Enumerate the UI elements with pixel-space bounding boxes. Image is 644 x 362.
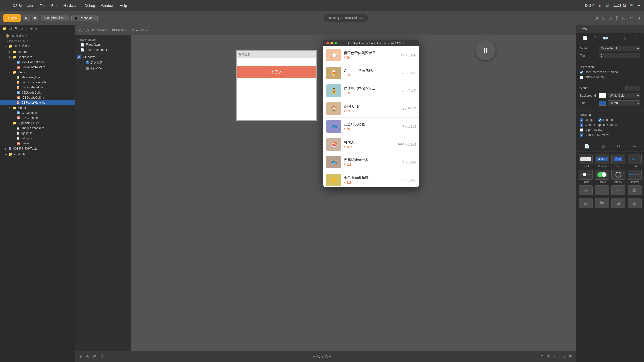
list-icon[interactable]: ≡ bbox=[638, 4, 640, 7]
palette-label[interactable]: Label Label bbox=[579, 154, 593, 168]
opaque-checkbox[interactable] bbox=[580, 118, 583, 122]
tree-item-czgoodscell-m[interactable]: m CZGoodsCell.m bbox=[0, 95, 75, 100]
align-icon[interactable]: ⊠ bbox=[546, 353, 551, 360]
breadcrumb-file[interactable]: CZFooterView.xib bbox=[129, 29, 151, 32]
palette-slider[interactable]: Slider bbox=[579, 170, 593, 183]
insp-file-icon[interactable]: 📄 bbox=[582, 35, 588, 41]
menu-help[interactable]: Help bbox=[119, 4, 127, 8]
palette-placeholder-1[interactable]: ⊙ bbox=[579, 185, 593, 196]
search-icon[interactable]: 🔍 bbox=[630, 4, 634, 7]
apple-menu[interactable]:  bbox=[4, 3, 6, 8]
stop-button[interactable]: ■ bbox=[32, 15, 38, 21]
tree-item-products[interactable]: ▶ 📁 Products bbox=[0, 152, 75, 157]
tag-input[interactable] bbox=[599, 53, 640, 58]
tree-item-tests[interactable]: ▶ T 001逛购案例Tests bbox=[0, 146, 75, 152]
restaurant-item-3[interactable]: 🏠 正院大宅门 ¥ 999 1 人已购买 bbox=[323, 100, 419, 118]
insp-tab-1[interactable]: 📄 bbox=[584, 143, 590, 149]
tree-item-views[interactable]: ▾ 📁 Views bbox=[0, 70, 75, 75]
palette-ph5[interactable]: ⊟ bbox=[628, 198, 642, 208]
tree-item-czgoods-m[interactable]: m CZGoods.m bbox=[0, 115, 75, 120]
tree-item-czgoodscell-h[interactable]: h CZGoodsCell.h bbox=[0, 90, 75, 95]
tint-select[interactable]: Default bbox=[608, 100, 640, 106]
outline-first-responder[interactable]: 📄 First Responder bbox=[75, 47, 131, 52]
palette-ph2[interactable]: ⊞ bbox=[579, 198, 593, 208]
palette-imageview[interactable]: 🖼 bbox=[628, 185, 642, 196]
palette-stepper[interactable]: −+ bbox=[595, 185, 609, 196]
minimize-dot[interactable] bbox=[330, 42, 333, 44]
embed-icon[interactable]: ↕ bbox=[562, 353, 566, 360]
restaurant-item-0[interactable]: 🍽️ 蜜语芭蕾休闲西餐厅 ¥ 39 11 人已购买 bbox=[323, 46, 419, 64]
hide-icon[interactable]: ⊡ bbox=[636, 15, 641, 21]
close-dot[interactable] bbox=[326, 42, 329, 44]
tree-item-others[interactable]: ▶ 📁 Others bbox=[0, 49, 75, 54]
outline-view[interactable]: ▾ B View bbox=[75, 55, 131, 60]
forward-icon[interactable]: ▷ bbox=[608, 15, 613, 21]
tree-item-models[interactable]: ▾ 📁 Models bbox=[0, 105, 75, 110]
tree-item-main-folder[interactable]: ▾ 📁 001逛购案例 bbox=[0, 43, 75, 49]
test-icon[interactable]: ✓ bbox=[25, 27, 28, 30]
palette-toggle[interactable]: Toggle bbox=[595, 170, 609, 183]
tree-item-tgs-plist[interactable]: P tgs.plist bbox=[0, 131, 75, 136]
insp-tab-2[interactable]: ⊙ bbox=[601, 143, 606, 149]
palette-text[interactable]: Text Text bbox=[628, 154, 642, 168]
tree-item-main-storyboard[interactable]: S Main.storyboard bbox=[0, 75, 75, 80]
warning-icon[interactable]: ⚠ bbox=[20, 27, 23, 30]
menu-file[interactable]: File bbox=[39, 4, 45, 8]
sim-content[interactable]: 🍽️ 蜜语芭蕾休闲西餐厅 ¥ 39 11 人已购买 🍺 Grinders 西餐酒… bbox=[323, 46, 419, 187]
outline-load-more[interactable]: B 加载更多... bbox=[75, 60, 131, 65]
menu-edit[interactable]: Edit bbox=[51, 4, 57, 8]
palette-segmented[interactable]: 1 2 1 2 bbox=[611, 154, 625, 168]
menu-hardware[interactable]: Hardware bbox=[63, 4, 79, 8]
tint-swatch[interactable] bbox=[599, 101, 606, 106]
git-icon[interactable]: ⎇ bbox=[9, 27, 12, 30]
breakpoint-icon[interactable]: ◈ bbox=[35, 27, 37, 30]
tree-item-launchscreen[interactable]: X LaunchScreen.xib bbox=[0, 80, 75, 85]
alpha-input[interactable] bbox=[625, 86, 640, 91]
insp-tab-3[interactable]: ⟳ bbox=[616, 143, 621, 149]
palette-tableview[interactable]: ≡≡ bbox=[611, 185, 625, 196]
tree-item-project[interactable]: ▾ 📦 001逛购案例 bbox=[0, 33, 75, 39]
tree-item-info-plist[interactable]: P Info.plist bbox=[0, 136, 75, 141]
outline-wait-view[interactable]: V 等待View bbox=[75, 65, 131, 71]
tree-item-czgoodscell-xib[interactable]: X CZGoodsCell.xib bbox=[0, 85, 75, 90]
pin-icon[interactable]: ⊡ bbox=[539, 353, 545, 360]
restaurant-item-2[interactable]: 🧘 昆达理尼瑜伽馆黄... ¥ 58 3 人已购买 bbox=[323, 82, 419, 100]
canvas-pause-icon[interactable]: ⏸ bbox=[482, 46, 489, 55]
insp-identity-icon[interactable]: 🪪 bbox=[602, 35, 609, 41]
palette-progress[interactable]: Progress bbox=[628, 170, 642, 183]
pause-button[interactable]: ⏸ 暂停 bbox=[3, 14, 21, 22]
palette-ph4[interactable]: ⊞ bbox=[611, 198, 625, 208]
tree-item-czgoods-h[interactable]: h CZGoods.h bbox=[0, 110, 75, 115]
tree-item-viewcontroller-h[interactable]: h ViewController.h bbox=[0, 60, 75, 65]
restaurant-item-7[interactable]: ☀️ 金色阳光俱乐部 ¥ 318 2 人已购买 bbox=[323, 171, 419, 187]
palette-ph3[interactable]: ## bbox=[595, 198, 609, 208]
menu-debug[interactable]: Debug bbox=[85, 4, 95, 8]
multiple-touch-checkbox[interactable] bbox=[580, 76, 583, 79]
find-icon[interactable]: 🔍 bbox=[14, 27, 18, 30]
background-swatch[interactable] bbox=[599, 93, 606, 98]
background-select[interactable]: White Color bbox=[608, 93, 640, 98]
clears-graphics-checkbox[interactable] bbox=[580, 123, 583, 127]
circle-icon[interactable]: ⊙ bbox=[85, 353, 90, 360]
user-interaction-checkbox[interactable] bbox=[580, 71, 583, 74]
run-button[interactable]: ▶ bbox=[23, 15, 30, 21]
layout-icon[interactable]: ⊞ bbox=[594, 15, 599, 21]
menu-window[interactable]: Window bbox=[101, 4, 114, 8]
jump-icon[interactable]: ⟦ bbox=[615, 15, 619, 21]
insp-tab-4[interactable]: ◎ bbox=[632, 143, 637, 149]
restaurant-item-5[interactable]: 🍣 将太无二 ¥ 85.5 1094 人已购买 bbox=[323, 135, 419, 153]
menu-ios-simulator[interactable]: iOS Simulator bbox=[12, 4, 33, 8]
insp-quick-help-icon[interactable]: ? bbox=[593, 35, 597, 41]
scheme-selector[interactable]: ⚙ 001逛购案例 ▾ bbox=[41, 15, 69, 21]
palette-activity[interactable]: Activity bbox=[611, 170, 625, 183]
add-icon[interactable]: + bbox=[78, 353, 83, 360]
palette-button[interactable]: Button Button bbox=[595, 154, 609, 168]
folder-icon[interactable]: 📁 bbox=[3, 27, 7, 30]
insp-connections-icon[interactable]: ↔ bbox=[633, 35, 638, 41]
tree-item-images[interactable]: A Images.xcassets bbox=[0, 126, 75, 131]
tree-item-viewcontroller-m[interactable]: m ViewController.m bbox=[0, 65, 75, 70]
restaurant-item-1[interactable]: 🍺 Grinders 西餐酒吧 ¥ 108 3 人已购买 bbox=[323, 64, 419, 82]
grid-icon[interactable]: ⊞ bbox=[92, 353, 97, 360]
assistant-icon[interactable]: ⊟ bbox=[621, 15, 626, 21]
outline-files-owner[interactable]: 📄 File's Owner bbox=[75, 42, 131, 47]
